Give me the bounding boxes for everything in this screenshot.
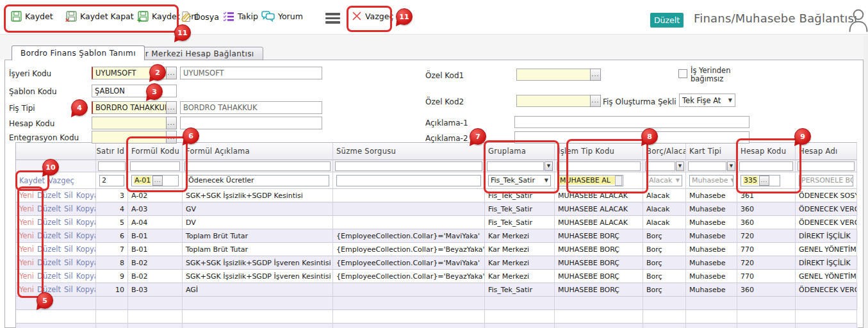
header-kart-tipi[interactable]: Kart Tipi bbox=[686, 142, 737, 160]
empty-table-row[interactable] bbox=[16, 297, 858, 310]
cancel-button[interactable]: Vazgeç bbox=[352, 11, 393, 21]
row-action-copy[interactable]: Kopya bbox=[76, 285, 96, 294]
tab-kar-merkezi-hesap[interactable]: Kar Merkezi Hesap Bağlantısı bbox=[126, 47, 263, 60]
edit-suzme-sorgusu-input[interactable] bbox=[336, 175, 481, 186]
header-islem-tip-kodu[interactable]: İşlem Tip Kodu bbox=[555, 142, 643, 160]
isyeri-kodu-input[interactable]: UYUMSOFT bbox=[92, 67, 167, 79]
header-formul-kodu[interactable]: Formül Kodu bbox=[128, 142, 183, 160]
row-action-copy[interactable]: Kopya bbox=[76, 231, 96, 240]
follow-button[interactable]: Takip bbox=[223, 11, 258, 21]
formul-kodu-lookup-button[interactable]: ... bbox=[152, 176, 163, 186]
row-action-delete[interactable]: Sil bbox=[64, 204, 73, 213]
fis-tipi-input[interactable]: BORDRO TAHAKKUK bbox=[92, 101, 167, 114]
row-action-edit[interactable]: Düzelt bbox=[37, 272, 61, 281]
header-gruplama[interactable]: Gruplama bbox=[485, 142, 555, 160]
filter-hesap-kodu[interactable] bbox=[739, 161, 793, 171]
comment-button[interactable]: Yorum bbox=[261, 11, 303, 22]
row-action-new[interactable]: Yeni bbox=[19, 218, 34, 227]
row-action-delete[interactable]: Sil bbox=[64, 191, 73, 200]
edit-satir-id-input[interactable]: 2 bbox=[99, 175, 124, 186]
table-row[interactable]: YeniDüzeltSilKopya 7 B-01 Toplam Brüt Tu… bbox=[16, 243, 858, 256]
ozel-kod1-lookup-button[interactable]: ... bbox=[590, 69, 601, 81]
row-action-copy[interactable]: Kopya bbox=[76, 272, 96, 281]
menu-icon[interactable] bbox=[325, 13, 340, 26]
row-action-delete[interactable]: Sil bbox=[64, 272, 73, 281]
edit-gruplama-select[interactable]: Fis_Tek_Satir▼ bbox=[488, 175, 551, 186]
fis-tipi-lookup-button[interactable]: ... bbox=[166, 101, 177, 114]
entegrasyon-kodu-input[interactable] bbox=[92, 131, 167, 144]
row-action-edit[interactable]: Düzelt bbox=[37, 258, 61, 267]
filter-satir-id[interactable] bbox=[98, 161, 126, 171]
table-row[interactable]: YeniDüzeltSilKopya 6 B-01 Toplam Brüt Tu… bbox=[16, 229, 858, 243]
ozel-kod2-input[interactable] bbox=[516, 95, 591, 107]
filter-gruplama[interactable] bbox=[487, 161, 544, 171]
row-action-new[interactable]: Yeni bbox=[19, 258, 34, 267]
ozel-kod2-lookup-button[interactable]: ... bbox=[590, 95, 601, 107]
fis-olusturma-select[interactable]: Tek Fişe At▼ bbox=[679, 94, 735, 107]
empty-table-row[interactable] bbox=[16, 310, 858, 324]
filter-hesap-adi[interactable] bbox=[798, 161, 855, 171]
row-action-delete[interactable]: Sil bbox=[64, 285, 73, 294]
header-hesap-kodu[interactable]: Hesap Kodu bbox=[737, 142, 796, 160]
is-yerinden-bagimsiz-checkbox[interactable] bbox=[678, 69, 687, 78]
edit-hesap-kodu-input[interactable]: 335... bbox=[741, 175, 780, 186]
row-action-edit[interactable]: Düzelt bbox=[37, 245, 61, 254]
edit-borc-alacak-select[interactable]: Alacak▼ bbox=[646, 175, 682, 186]
row-action-edit[interactable]: Düzelt bbox=[37, 218, 61, 227]
chevron-down-icon[interactable]: ▼ bbox=[545, 161, 553, 171]
row-action-new[interactable]: Yeni bbox=[19, 285, 34, 294]
edit-formul-aciklama-input[interactable]: Ödenecek Ücretler bbox=[186, 175, 329, 186]
table-row[interactable]: YeniDüzeltSilKopya 4 A-03 GV Fis_Tek_Sat… bbox=[16, 202, 858, 216]
filter-suzme-sorgusu[interactable] bbox=[335, 161, 482, 171]
chevron-down-icon[interactable]: ▼ bbox=[676, 161, 684, 171]
empty-table-row[interactable] bbox=[16, 324, 858, 328]
row-save-link[interactable]: Kaydet bbox=[19, 176, 45, 185]
isyeri-kodu-lookup-button[interactable]: ... bbox=[166, 67, 177, 79]
table-row[interactable]: YeniDüzeltSilKopya 9 B-02 SGK+SGK İşsizl… bbox=[16, 270, 858, 283]
row-action-copy[interactable]: Kopya bbox=[76, 258, 96, 267]
row-action-copy[interactable]: Kopya bbox=[76, 191, 96, 200]
edit-formul-kodu-input[interactable]: A-01... bbox=[131, 175, 179, 186]
hesap-kodu-input[interactable] bbox=[92, 117, 167, 129]
file-button[interactable]: Dosya bbox=[181, 11, 219, 22]
header-borc-alacak[interactable]: Borç/Alacak bbox=[643, 142, 686, 160]
row-action-edit[interactable]: Düzelt bbox=[37, 191, 61, 200]
row-action-copy[interactable]: Kopya bbox=[76, 245, 96, 254]
table-row[interactable]: YeniDüzeltSilKopya 8 B-02 SGK+SGK İşsizl… bbox=[16, 256, 858, 270]
row-action-delete[interactable]: Sil bbox=[64, 258, 73, 267]
header-hesap-adi[interactable]: Hesap Adı bbox=[796, 142, 857, 160]
row-action-copy[interactable]: Kopya bbox=[76, 204, 96, 213]
filter-formul-aciklama[interactable] bbox=[184, 161, 331, 171]
header-satir-id[interactable]: Satır Id bbox=[96, 142, 128, 160]
row-action-edit[interactable]: Düzelt bbox=[37, 204, 61, 213]
table-row[interactable]: YeniDüzeltSilKopya 5 A-04 DV Fis_Tek_Sat… bbox=[16, 216, 858, 229]
row-action-delete[interactable]: Sil bbox=[64, 231, 73, 240]
row-action-delete[interactable]: Sil bbox=[64, 245, 73, 254]
hesap-kodu-lookup-button[interactable]: ... bbox=[166, 117, 177, 129]
aciklama1-input[interactable] bbox=[514, 116, 749, 128]
filter-kart-tipi[interactable] bbox=[688, 161, 726, 171]
header-suzme-sorgusu[interactable]: Süzme Sorgusu bbox=[333, 142, 485, 160]
row-action-new[interactable]: Yeni bbox=[19, 231, 34, 240]
chevron-down-icon[interactable]: ▼ bbox=[727, 161, 735, 171]
row-action-copy[interactable]: Kopya bbox=[76, 218, 96, 227]
user-profile-icon[interactable] bbox=[848, 8, 868, 35]
row-cancel-link[interactable]: Vazgeç bbox=[48, 176, 74, 185]
filter-borc-alacak[interactable] bbox=[645, 161, 675, 171]
edit-kart-tipi-select[interactable]: Muhasebe▼ bbox=[689, 175, 733, 186]
save-close-button[interactable]: ✕ Kaydet Kapat bbox=[66, 11, 134, 22]
row-action-new[interactable]: Yeni bbox=[19, 191, 34, 200]
edit-islem-tip-kodu-input[interactable]: MUHASEBE AL bbox=[558, 175, 623, 186]
sablon-kodu-input[interactable]: ŞABLON bbox=[92, 85, 177, 97]
tab-bordro-finans-sablon[interactable]: Bordro Finans Şablon Tanımı bbox=[12, 45, 145, 60]
row-action-new[interactable]: Yeni bbox=[19, 245, 34, 254]
row-action-delete[interactable]: Sil bbox=[64, 218, 73, 227]
entegrasyon-kodu-lookup-button[interactable]: ... bbox=[166, 131, 177, 144]
filter-formul-kodu[interactable] bbox=[130, 161, 180, 171]
ozel-kod1-input[interactable] bbox=[516, 69, 591, 81]
header-formul-aciklama[interactable]: Formül Açıklama bbox=[183, 142, 333, 160]
aciklama2-input[interactable] bbox=[514, 131, 749, 144]
row-action-new[interactable]: Yeni bbox=[19, 204, 34, 213]
filter-islem-tip-kodu[interactable] bbox=[557, 161, 641, 171]
row-action-new[interactable]: Yeni bbox=[19, 272, 34, 281]
